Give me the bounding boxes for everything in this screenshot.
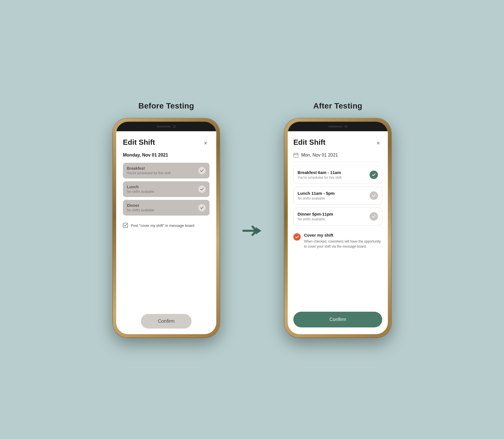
right-arrow-icon <box>242 224 262 238</box>
after-speaker <box>328 126 342 127</box>
after-shift-item-lunch[interactable]: Lunch 11am - 5pm No shifts avaliable <box>293 187 382 205</box>
after-cover-title: Cover my shift <box>304 233 382 237</box>
after-camera <box>345 125 347 128</box>
before-check-dinner <box>198 204 206 211</box>
after-cover-description: When checked, coworkers will have the op… <box>304 239 382 249</box>
before-cover-checkbox[interactable] <box>123 223 128 228</box>
after-shift-sub-lunch: No shifts avaliable <box>298 196 335 200</box>
after-modal-header: Edit Shift × <box>293 138 382 147</box>
after-shift-name-lunch: Lunch 11am - 5pm <box>298 191 335 196</box>
before-shift-sub-lunch: No shifts avaliable <box>127 190 154 194</box>
before-shift-name-dinner: Dinner <box>127 203 154 208</box>
main-container: Before Testing Edit Shift × M <box>0 0 504 439</box>
after-shift-sub-breakfast: You're scheduled for this shift <box>298 176 341 180</box>
before-column: Before Testing Edit Shift × M <box>113 101 220 338</box>
after-shift-item-breakfast[interactable]: Breakfest 6am - 11am You're scheduled fo… <box>293 166 382 184</box>
after-screen: Edit Shift × Mon, Nov 01 <box>288 131 388 334</box>
after-shift-item-dinner[interactable]: Dinner 5pm-11pm No shifts avaliable <box>293 207 382 225</box>
before-shift-item-lunch[interactable]: Lunch No shifts avaliable <box>123 181 210 197</box>
after-title: After Testing <box>313 101 363 110</box>
after-notch <box>320 123 356 130</box>
before-date: Monday, Nov 01 2021 <box>123 153 210 158</box>
check-icon <box>200 169 204 173</box>
after-check-lunch <box>370 191 378 200</box>
checkbox-check-icon <box>124 224 127 227</box>
after-shift-sub-dinner: No shifts avaliable <box>298 217 333 221</box>
before-modal-header: Edit Shift × <box>123 138 210 147</box>
after-confirm-button[interactable]: Confirm <box>293 312 382 327</box>
before-shift-info-breakfast: Breakfest You're scheduled for this shif… <box>127 166 171 175</box>
before-check-lunch <box>198 185 206 193</box>
cover-check-icon <box>295 235 299 239</box>
before-screen: Edit Shift × Monday, Nov 01 2021 Breakfe… <box>116 131 216 334</box>
after-cover-text-block: Cover my shift When checked, coworkers w… <box>304 233 382 249</box>
after-check-breakfast <box>370 171 378 179</box>
after-cover-checkbox[interactable] <box>293 233 301 241</box>
before-shift-info-lunch: Lunch No shifts avaliable <box>127 185 154 194</box>
after-column: After Testing Edit Shift × <box>284 101 391 338</box>
before-shift-name-lunch: Lunch <box>127 185 154 189</box>
after-shift-name-breakfast: Breakfest 6am - 11am <box>298 170 341 175</box>
after-date-row: Mon, Nov 01 2021 <box>293 153 382 158</box>
after-notch-area <box>288 122 388 131</box>
before-modal: Edit Shift × Monday, Nov 01 2021 Breakfe… <box>116 131 216 334</box>
before-shift-name-breakfast: Breakfest <box>127 166 171 171</box>
before-phone-frame: Edit Shift × Monday, Nov 01 2021 Breakfe… <box>113 118 220 338</box>
before-close-button[interactable]: × <box>202 139 210 147</box>
before-camera <box>173 125 176 128</box>
check-icon <box>200 206 204 210</box>
after-date: Mon, Nov 01 2021 <box>301 153 338 158</box>
svg-rect-1 <box>294 153 298 157</box>
before-modal-title: Edit Shift <box>123 138 155 147</box>
check-icon <box>200 187 204 191</box>
before-speaker <box>157 126 171 127</box>
after-close-button[interactable]: × <box>374 139 382 147</box>
after-check-dinner <box>370 212 378 221</box>
before-shift-sub-breakfast: You're scheduled for this shift <box>127 171 171 175</box>
after-phone-inner: Edit Shift × Mon, Nov 01 <box>288 122 388 334</box>
after-phone-frame: Edit Shift × Mon, Nov 01 <box>284 118 391 338</box>
check-icon <box>372 173 376 177</box>
arrow-container <box>242 224 262 238</box>
before-cover-text: Post "cover my shift" in message board <box>131 223 194 228</box>
check-icon <box>372 193 376 198</box>
after-modal-title: Edit Shift <box>293 138 325 147</box>
calendar-icon <box>293 153 298 158</box>
before-confirm-button[interactable]: Confirm <box>141 314 192 329</box>
after-shift-info-breakfast: Breakfest 6am - 11am You're scheduled fo… <box>298 170 341 180</box>
before-phone-inner: Edit Shift × Monday, Nov 01 2021 Breakfe… <box>116 122 216 334</box>
before-shift-item-breakfast[interactable]: Breakfest You're scheduled for this shif… <box>123 163 210 178</box>
after-modal: Edit Shift × Mon, Nov 01 <box>288 131 388 334</box>
check-icon <box>372 214 376 219</box>
after-shift-name-dinner: Dinner 5pm-11pm <box>298 212 333 216</box>
before-check-breakfast <box>198 167 206 174</box>
before-cover-shift-row[interactable]: Post "cover my shift" in message board <box>123 223 210 228</box>
svg-marker-0 <box>256 227 261 234</box>
before-notch <box>148 123 184 130</box>
before-notch-area <box>116 122 216 131</box>
before-shift-sub-dinner: No shifts avaliable <box>127 208 154 212</box>
before-shift-item-dinner[interactable]: Dinner No shifts avaliable <box>123 200 210 216</box>
after-shift-info-lunch: Lunch 11am - 5pm No shifts avaliable <box>298 191 335 200</box>
after-cover-section[interactable]: Cover my shift When checked, coworkers w… <box>293 233 382 249</box>
before-title: Before Testing <box>138 101 194 110</box>
after-shift-info-dinner: Dinner 5pm-11pm No shifts avaliable <box>298 212 333 221</box>
before-shift-info-dinner: Dinner No shifts avaliable <box>127 203 154 212</box>
